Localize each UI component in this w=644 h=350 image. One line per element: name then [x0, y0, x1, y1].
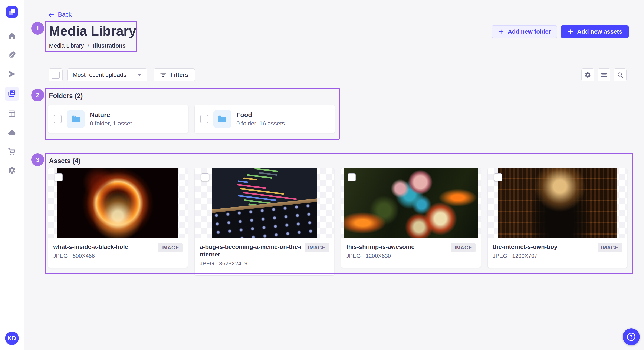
folder-tile: [214, 110, 231, 128]
folder-icon: [218, 114, 227, 124]
paper-plane-icon: [8, 70, 16, 78]
folder-tile: [67, 110, 85, 128]
asset-thumb-area: [488, 168, 627, 238]
sidebar-item-home[interactable]: [6, 30, 18, 42]
asset-footer: the-internet-s-own-boy JPEG - 1200X707 I…: [488, 238, 627, 268]
sidebar-item-marketplace[interactable]: [6, 146, 18, 157]
strapi-logo[interactable]: [6, 6, 18, 18]
asset-thumbnail-black-hole: [58, 168, 178, 238]
asset-meta: JPEG - 800X466: [53, 252, 155, 259]
home-icon: [8, 32, 16, 40]
back-label: Back: [58, 11, 72, 18]
asset-card[interactable]: this-shrimp-is-awesome JPEG - 1200X630 I…: [341, 168, 481, 268]
asset-info: what-s-inside-a-black-hole JPEG - 800X46…: [53, 243, 155, 259]
asset-footer: what-s-inside-a-black-hole JPEG - 800X46…: [48, 238, 188, 268]
svg-text:?: ?: [630, 334, 633, 340]
view-controls: [582, 68, 626, 81]
header-actions: Add new folder Add new assets: [492, 25, 629, 38]
sidebar-item-media-library[interactable]: [5, 87, 19, 101]
back-link[interactable]: Back: [48, 11, 72, 18]
folder-meta: 0 folder, 1 asset: [90, 120, 132, 127]
breadcrumb-current: Illustrations: [93, 42, 126, 49]
asset-info: a-bug-is-becoming-a-meme-on-the-internet…: [200, 243, 302, 267]
annotation-badge-2: 2: [31, 89, 44, 101]
folder-checkbox[interactable]: [54, 115, 62, 123]
asset-info: the-internet-s-own-boy JPEG - 1200X707: [493, 243, 594, 259]
asset-name: a-bug-is-becoming-a-meme-on-the-internet: [200, 243, 302, 258]
folder-card-nature[interactable]: Nature 0 folder, 1 asset: [48, 105, 188, 133]
asset-list: what-s-inside-a-black-hole JPEG - 800X46…: [48, 168, 627, 275]
asset-type-badge: IMAGE: [598, 243, 622, 252]
user-avatar[interactable]: KD: [5, 332, 19, 345]
search-icon: [617, 71, 624, 78]
breadcrumb-root[interactable]: Media Library: [49, 42, 84, 49]
toolbar: Most recent uploads Filters: [48, 68, 195, 81]
asset-card[interactable]: the-internet-s-own-boy JPEG - 1200X707 I…: [488, 168, 627, 268]
sort-dropdown[interactable]: Most recent uploads: [67, 68, 147, 81]
add-folder-label: Add new folder: [508, 28, 551, 35]
asset-checkbox[interactable]: [494, 173, 502, 181]
sidebar-item-settings[interactable]: [6, 164, 18, 176]
gear-icon: [584, 71, 591, 78]
asset-name: this-shrimp-is-awesome: [346, 243, 448, 251]
folder-card-food[interactable]: Food 0 folder, 16 assets: [195, 105, 335, 133]
folder-name: Food: [236, 111, 285, 118]
asset-meta: JPEG - 1200X707: [493, 252, 594, 259]
settings-button[interactable]: [582, 68, 594, 81]
asset-name: what-s-inside-a-black-hole: [53, 243, 155, 251]
asset-checkbox[interactable]: [201, 173, 209, 181]
folder-text: Food 0 folder, 16 assets: [236, 111, 285, 127]
plus-icon: [567, 28, 574, 35]
select-all-checkbox[interactable]: [52, 71, 60, 79]
asset-thumbnail-laptop-code: [212, 168, 317, 238]
breadcrumb-separator: /: [88, 42, 90, 49]
asset-meta: JPEG - 1200X630: [346, 252, 448, 259]
asset-meta: JPEG - 3628X2419: [200, 260, 302, 267]
folders-heading: Folders (2): [49, 92, 83, 100]
asset-checkbox[interactable]: [348, 173, 356, 181]
search-button[interactable]: [614, 68, 626, 81]
folder-icon: [71, 114, 81, 124]
sidebar-item-content-type-builder[interactable]: [6, 108, 18, 120]
media-library-icon: [8, 90, 16, 98]
sidebar-nav: [0, 24, 24, 176]
question-mark-icon: ?: [626, 332, 636, 342]
folder-text: Nature 0 folder, 1 asset: [90, 111, 132, 127]
cart-icon: [8, 147, 16, 156]
annotation-badge-1: 1: [31, 22, 44, 35]
filter-icon: [160, 72, 166, 77]
asset-type-badge: IMAGE: [158, 243, 182, 252]
layout-icon: [8, 109, 16, 118]
asset-type-badge: IMAGE: [451, 243, 476, 252]
asset-checkbox[interactable]: [54, 173, 62, 181]
chevron-down-icon: [138, 73, 142, 76]
asset-card[interactable]: a-bug-is-becoming-a-meme-on-the-internet…: [195, 168, 334, 275]
add-assets-label: Add new assets: [577, 28, 622, 35]
add-new-folder-button[interactable]: Add new folder: [492, 25, 557, 38]
folder-name: Nature: [90, 111, 132, 118]
asset-footer: this-shrimp-is-awesome JPEG - 1200X630 I…: [341, 238, 481, 268]
list-view-button[interactable]: [598, 68, 610, 81]
asset-info: this-shrimp-is-awesome JPEG - 1200X630: [346, 243, 448, 259]
folder-list: Nature 0 folder, 1 asset Food 0 folder, …: [48, 105, 335, 133]
assets-heading: Assets (4): [49, 157, 80, 165]
asset-type-badge: IMAGE: [304, 243, 329, 252]
add-new-assets-button[interactable]: Add new assets: [561, 25, 629, 38]
asset-thumb-area: [48, 168, 188, 238]
asset-footer: a-bug-is-becoming-a-meme-on-the-internet…: [195, 238, 334, 275]
filters-button[interactable]: Filters: [154, 68, 195, 81]
asset-card[interactable]: what-s-inside-a-black-hole JPEG - 800X46…: [48, 168, 188, 268]
select-all-wrap: [48, 68, 62, 81]
asset-thumb-area: [341, 168, 481, 238]
folder-checkbox[interactable]: [200, 115, 208, 123]
back-arrow-icon: [48, 11, 54, 18]
sort-value: Most recent uploads: [72, 71, 126, 78]
sidebar-item-content-manager[interactable]: [6, 49, 18, 61]
help-button[interactable]: ?: [623, 328, 640, 345]
sidebar-item-deploy[interactable]: [6, 127, 18, 138]
folder-meta: 0 folder, 16 assets: [236, 120, 285, 127]
page-title: Media Library: [49, 23, 136, 39]
media-library-page: KD Back Media Library Media Library / Il…: [0, 0, 644, 350]
sidebar-item-release[interactable]: [6, 68, 18, 80]
filters-label: Filters: [170, 71, 188, 78]
